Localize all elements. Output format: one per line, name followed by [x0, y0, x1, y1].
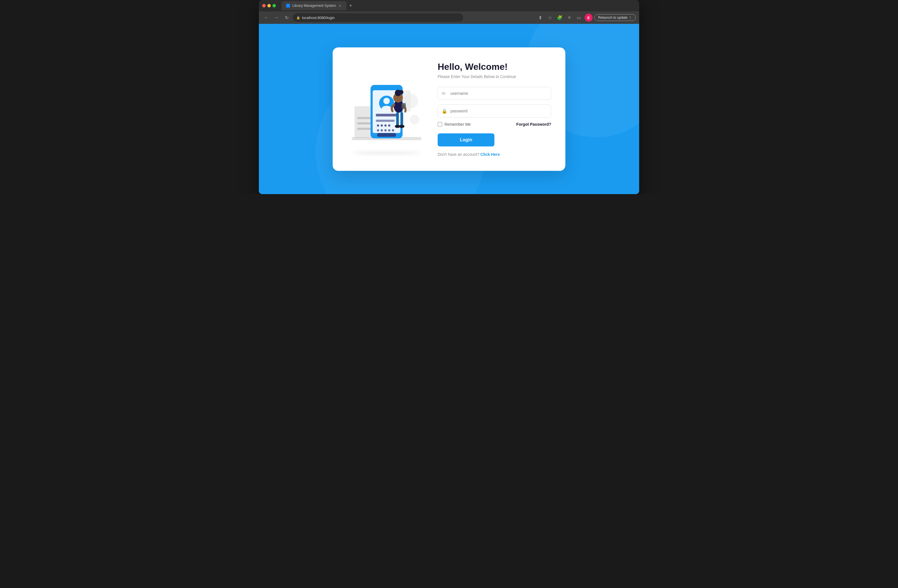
tab-title: Library Management System — [292, 4, 336, 8]
password-input-group: 🔒 — [438, 104, 551, 117]
toolbar: ← → ↻ 🔒 localhost:8080/login ⬆ ☆ 🧩 ≡ ▭ E… — [259, 11, 639, 24]
extensions-icon[interactable]: 🧩 — [556, 14, 564, 21]
svg-point-12 — [383, 98, 390, 104]
signup-link[interactable]: Click Here — [480, 152, 500, 157]
reload-button[interactable]: ↻ — [283, 14, 291, 21]
svg-point-16 — [377, 124, 379, 127]
back-button[interactable]: ← — [262, 14, 270, 21]
svg-point-13 — [382, 106, 391, 111]
active-tab[interactable]: 🌐 Library Management System ✕ — [281, 1, 346, 10]
svg-point-21 — [381, 129, 383, 132]
bookmark-icon[interactable]: ☆ — [546, 14, 554, 21]
remember-me-label[interactable]: Remember Me — [438, 122, 471, 127]
url-text: localhost:8080/login — [302, 15, 335, 20]
svg-point-24 — [392, 129, 394, 132]
form-title: Hello, Welcome! — [438, 61, 551, 72]
remember-me-text: Remember Me — [444, 122, 471, 127]
svg-rect-31 — [400, 112, 403, 126]
svg-rect-25 — [377, 133, 396, 137]
signup-prompt: Don't have an account? — [438, 152, 479, 157]
relaunch-menu-icon: ⋮ — [629, 15, 632, 20]
forward-button[interactable]: → — [272, 14, 280, 21]
illustration-shadow — [352, 152, 421, 154]
form-options: Remember Me Forgot Password? — [438, 122, 551, 127]
svg-point-17 — [381, 124, 383, 127]
forgot-password-link[interactable]: Forgot Password? — [516, 122, 551, 127]
svg-rect-34 — [401, 103, 406, 109]
username-icon: ✉ — [441, 91, 445, 96]
tab-close-button[interactable]: ✕ — [338, 4, 342, 8]
browser-window: 🌐 Library Management System ✕ + ← → ↻ 🔒 … — [259, 0, 639, 194]
tab-favicon: 🌐 — [286, 4, 290, 8]
username-input[interactable] — [438, 87, 551, 100]
lock-icon: 🔒 — [441, 108, 447, 114]
relaunch-label: Relaunch to update — [598, 15, 627, 20]
maximize-button[interactable] — [272, 4, 276, 8]
login-form: Hello, Welcome! Please Enter Your Detail… — [438, 61, 551, 157]
toolbar-actions: ⬆ ☆ 🧩 ≡ ▭ E Relaunch to update ⋮ — [537, 14, 636, 21]
password-input[interactable] — [438, 104, 551, 117]
illustration — [347, 64, 426, 154]
signup-text: Don't have an account? Click Here — [438, 152, 551, 157]
sidebar-icon[interactable]: ▭ — [575, 14, 583, 21]
svg-rect-30 — [396, 112, 399, 126]
page-content: Hello, Welcome! Please Enter Your Detail… — [259, 24, 639, 194]
svg-point-23 — [388, 129, 391, 132]
address-bar[interactable]: 🔒 localhost:8080/login — [293, 13, 463, 22]
tab-manager-icon[interactable]: ≡ — [565, 14, 573, 21]
svg-point-20 — [377, 129, 379, 132]
title-bar: 🌐 Library Management System ✕ + — [259, 0, 639, 11]
profile-button[interactable]: E — [585, 14, 593, 21]
svg-point-18 — [384, 124, 387, 127]
minimize-button[interactable] — [268, 4, 271, 8]
share-icon[interactable]: ⬆ — [537, 14, 544, 21]
login-button[interactable]: Login — [438, 134, 494, 146]
svg-point-22 — [384, 129, 387, 132]
svg-point-33 — [399, 125, 404, 128]
username-input-group: ✉ — [438, 87, 551, 100]
svg-rect-14 — [376, 114, 397, 116]
close-button[interactable] — [262, 4, 266, 8]
svg-point-29 — [399, 90, 403, 94]
traffic-lights — [262, 4, 276, 8]
login-card: Hello, Welcome! Please Enter Your Detail… — [333, 48, 565, 171]
svg-rect-15 — [376, 120, 395, 122]
svg-point-19 — [388, 124, 391, 127]
lock-icon: 🔒 — [296, 16, 300, 20]
svg-point-8 — [410, 115, 420, 124]
tab-bar: 🌐 Library Management System ✕ + — [281, 1, 636, 10]
relaunch-button[interactable]: Relaunch to update ⋮ — [594, 14, 636, 21]
remember-me-checkbox[interactable] — [438, 122, 442, 127]
form-subtitle: Please Enter Your Details Below to Conti… — [438, 74, 551, 79]
new-tab-button[interactable]: + — [346, 2, 355, 10]
